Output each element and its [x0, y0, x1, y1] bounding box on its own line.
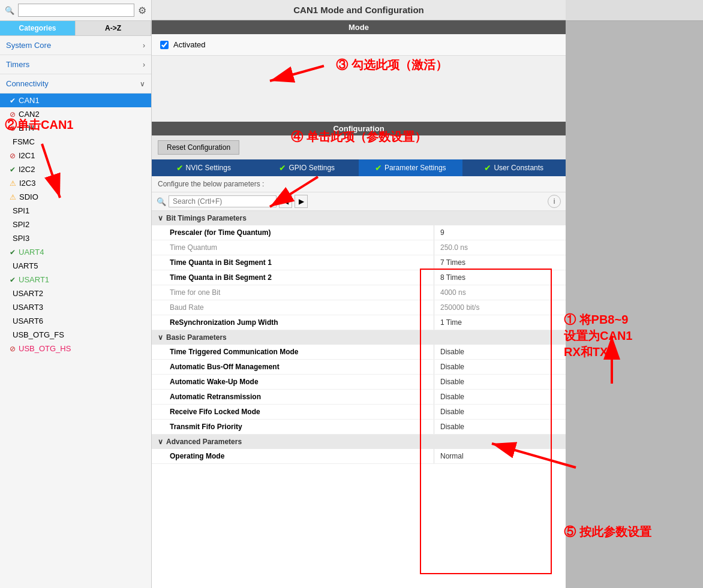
tab-label: GPIO Settings — [289, 164, 335, 172]
item-label: UART5 — [13, 261, 38, 270]
param-value[interactable]: Disable — [434, 420, 566, 434]
check-icon: ✔ — [176, 163, 184, 173]
param-name: Prescaler (for Time Quantum) — [152, 225, 434, 240]
sidebar-item-usb-otg-hs[interactable]: ⊘ USB_OTG_HS — [0, 342, 151, 355]
param-value[interactable]: Disable — [434, 375, 566, 389]
chevron-down-icon: ∨ — [140, 80, 145, 88]
ban-icon: ⊘ — [10, 110, 16, 119]
param-value[interactable]: Disable — [434, 345, 566, 359]
item-label: USB_OTG_HS — [19, 344, 71, 353]
sidebar-item-i2c2[interactable]: ✔ I2C2 — [0, 162, 151, 176]
sidebar-item-spi1[interactable]: SPI1 — [0, 204, 151, 218]
sidebar-item-fsmc[interactable]: FSMC — [0, 135, 151, 149]
right-panel: CAN1_TX CAN1_RX 📌 📌 PE0 PB9 PB8 BOOT. — [566, 0, 703, 588]
param-name: Time Quanta in Bit Segment 1 — [152, 255, 434, 270]
item-label: USART2 — [13, 289, 43, 298]
sidebar-item-timers[interactable]: Timers › — [0, 55, 151, 74]
tab-az[interactable]: A->Z — [76, 21, 151, 35]
item-label: SPI1 — [13, 206, 29, 215]
tab-categories[interactable]: Categories — [0, 21, 76, 35]
item-label: USART1 — [19, 275, 49, 284]
param-name: Automatic Bus-Off Management — [152, 360, 434, 374]
sidebar-item-system-core[interactable]: System Core › — [0, 36, 151, 55]
param-value[interactable]: Disable — [434, 390, 566, 404]
warning-icon: ⚠ — [10, 179, 16, 188]
tabs-row: ✔ NVIC Settings ✔ GPIO Settings ✔ Parame… — [152, 159, 566, 176]
item-label: I2C1 — [19, 151, 35, 160]
param-value[interactable]: 9 — [434, 225, 566, 240]
param-row-time-triggered: Time Triggered Communication Mode Disabl… — [152, 345, 566, 360]
sidebar-item-i2c3[interactable]: ⚠ I2C3 — [0, 176, 151, 190]
activated-checkbox[interactable] — [160, 41, 169, 49]
search-input[interactable] — [18, 4, 134, 17]
param-value[interactable]: Disable — [434, 360, 566, 374]
item-label: USART6 — [13, 316, 43, 325]
sidebar-item-connectivity[interactable]: Connectivity ∨ — [0, 74, 151, 94]
param-value[interactable]: Normal — [434, 449, 566, 463]
sidebar-item-usart3[interactable]: USART3 — [0, 300, 151, 314]
param-name: Time Quanta in Bit Segment 2 — [152, 270, 434, 285]
item-label: USART3 — [13, 303, 43, 312]
sidebar-item-uart4[interactable]: ✔ UART4 — [0, 245, 151, 259]
item-label: UART4 — [19, 248, 44, 257]
tab-user-constants[interactable]: ✔ User Constants — [462, 159, 566, 176]
param-row-wake-up: Automatic Wake-Up Mode Disable — [152, 375, 566, 390]
tab-gpio-settings[interactable]: ✔ GPIO Settings — [256, 159, 359, 176]
bit-timings-group-header[interactable]: ∨ Bit Timings Parameters — [152, 211, 566, 225]
param-value[interactable]: 1 Time — [434, 315, 566, 330]
item-label: SPI3 — [13, 234, 29, 243]
param-value[interactable]: 8 Times — [434, 270, 566, 285]
sidebar-item-usart6[interactable]: USART6 — [0, 314, 151, 328]
item-label: SPI2 — [13, 220, 29, 229]
tab-parameter-settings[interactable]: ✔ Parameter Settings — [359, 159, 462, 176]
param-name: Time Triggered Communication Mode — [152, 345, 434, 359]
next-search-button[interactable]: ▶ — [295, 195, 308, 208]
item-label: SDIO — [19, 192, 38, 201]
collapse-icon: ∨ — [158, 438, 163, 446]
tab-bar: Categories A->Z — [0, 21, 151, 36]
item-label: USB_OTG_FS — [13, 330, 64, 339]
sidebar-item-sdio[interactable]: ⚠ SDIO — [0, 190, 151, 204]
param-value[interactable]: 7 Times — [434, 255, 566, 270]
reset-configuration-button[interactable]: Reset Configuration — [158, 140, 239, 155]
check-icon: ✔ — [10, 248, 16, 257]
sidebar-item-can2[interactable]: ⊘ CAN2 — [0, 107, 151, 121]
param-value[interactable]: Disable — [434, 405, 566, 419]
param-name: Automatic Wake-Up Mode — [152, 375, 434, 389]
item-label: I2C2 — [19, 165, 35, 174]
info-button[interactable]: i — [548, 195, 561, 208]
sidebar-item-spi3[interactable]: SPI3 — [0, 231, 151, 245]
sidebar-item-i2c1[interactable]: ⊘ I2C1 — [0, 149, 151, 162]
search-bar: 🔍 ⚙ — [0, 0, 151, 21]
check-icon: ✔ — [10, 276, 16, 284]
sidebar-item-label: Timers — [6, 60, 29, 69]
param-row-operating-mode: Operating Mode Normal — [152, 449, 566, 464]
advanced-params-group-header[interactable]: ∨ Advanced Parameters — [152, 435, 566, 449]
group-label: Advanced Parameters — [166, 438, 242, 446]
sidebar-item-spi2[interactable]: SPI2 — [0, 218, 151, 231]
sidebar-item-uart5[interactable]: UART5 — [0, 259, 151, 273]
search-params-row: 🔍 ◀ ▶ i — [152, 192, 566, 211]
prev-search-button[interactable]: ◀ — [279, 195, 292, 208]
search-icon: 🔍 — [157, 197, 166, 206]
sidebar-item-usart1[interactable]: ✔ USART1 — [0, 273, 151, 287]
activated-row: Activated — [152, 34, 566, 56]
group-label: Basic Parameters — [166, 333, 227, 342]
gear-icon[interactable]: ⚙ — [138, 5, 146, 16]
sidebar: 🔍 ⚙ Categories A->Z System Core › Timers… — [0, 0, 152, 588]
param-row-fifo-priority: Transmit Fifo Priority Disable — [152, 420, 566, 435]
param-name: Transmit Fifo Priority — [152, 420, 434, 434]
item-label: CAN1 — [19, 96, 40, 105]
basic-params-group-header[interactable]: ∨ Basic Parameters — [152, 330, 566, 345]
tab-nvic-settings[interactable]: ✔ NVIC Settings — [152, 159, 256, 176]
chevron-right-icon: › — [143, 61, 145, 69]
ban-icon: ⊘ — [10, 152, 16, 160]
sidebar-item-usb-otg-fs[interactable]: USB_OTG_FS — [0, 328, 151, 342]
param-value: 250000 bit/s — [434, 300, 566, 315]
configure-label: Configure the below parameters : — [152, 176, 566, 192]
sidebar-item-can1[interactable]: ✔ CAN1 — [0, 94, 151, 107]
sidebar-item-usart2[interactable]: USART2 — [0, 287, 151, 300]
param-search-input[interactable] — [169, 195, 277, 207]
warning-icon: ⚠ — [10, 193, 16, 201]
sidebar-item-eth[interactable]: ⊘ ETH — [0, 121, 151, 135]
